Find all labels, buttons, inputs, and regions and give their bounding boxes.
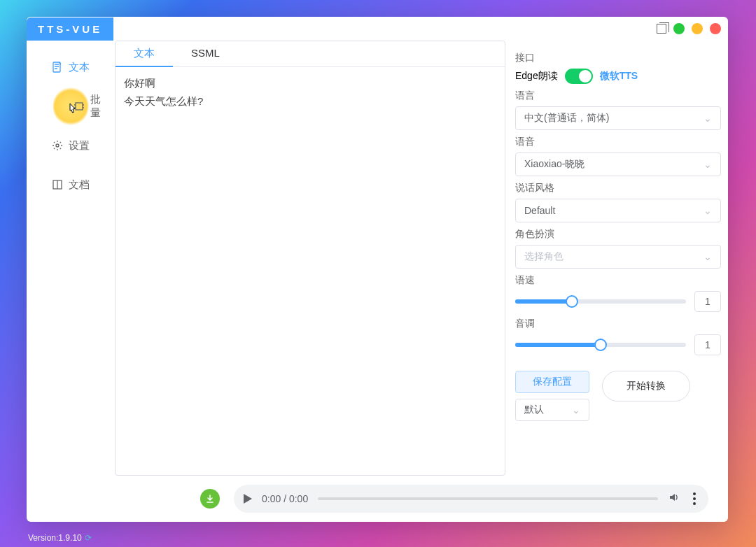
language-label: 语言 — [515, 90, 721, 102]
refresh-icon[interactable]: ⟳ — [85, 533, 92, 543]
footer: 0:00 / 0:00 — [32, 481, 722, 516]
preset-value: 默认 — [524, 404, 544, 416]
minimize-button[interactable] — [673, 23, 685, 34]
sidebar-item-text[interactable]: 文本 — [32, 48, 109, 87]
close-button[interactable] — [710, 23, 721, 34]
volume-icon[interactable] — [668, 491, 680, 506]
app-logo: TTS-VUE — [27, 17, 113, 41]
style-value: Default — [524, 205, 555, 216]
text-editor[interactable]: 你好啊 今天天气怎么样? — [115, 67, 505, 475]
api-label: 接口 — [515, 52, 721, 64]
sidebar-item-label: 文本 — [69, 61, 90, 74]
api-toggle[interactable] — [565, 69, 593, 84]
pitch-value[interactable]: 1 — [694, 334, 721, 355]
cursor-pointer-icon — [66, 102, 80, 118]
player-timeline[interactable] — [318, 497, 658, 500]
player-time: 0:00 / 0:00 — [262, 493, 308, 504]
maximize-button[interactable] — [692, 23, 703, 34]
sidebar-item-label: 批量 — [90, 93, 109, 120]
chevron-down-icon: ⌄ — [704, 251, 712, 262]
style-select[interactable]: Default ⌄ — [515, 199, 721, 222]
tab-text[interactable]: 文本 — [115, 41, 173, 67]
app-window: TTS-VUE 文本 批量 — [27, 17, 728, 522]
book-icon — [52, 179, 63, 190]
voice-label: 语音 — [515, 136, 721, 148]
restore-window-icon[interactable] — [657, 24, 666, 34]
speed-label: 语速 — [515, 274, 721, 287]
document-icon — [52, 62, 63, 73]
voice-select[interactable]: Xiaoxiao-晓晓 ⌄ — [515, 152, 721, 176]
sidebar: 文本 批量 设置 — [32, 41, 109, 476]
sidebar-item-label: 文档 — [69, 178, 90, 192]
tab-ssml[interactable]: SSML — [173, 41, 238, 66]
chevron-down-icon: ⌄ — [572, 404, 580, 415]
role-select[interactable]: 选择角色 ⌄ — [515, 245, 721, 269]
gear-icon — [52, 140, 63, 151]
speed-slider[interactable] — [515, 299, 686, 304]
style-label: 说话风格 — [515, 182, 721, 194]
settings-panel: 接口 Edge朗读 微软TTS 语言 中文(普通话，简体) ⌄ 语音 Xiaox… — [511, 41, 722, 476]
play-icon[interactable] — [244, 494, 252, 504]
preset-select[interactable]: 默认 ⌄ — [515, 399, 589, 421]
version-label: Version:1.9.10 ⟳ — [28, 533, 92, 543]
sidebar-item-docs[interactable]: 文档 — [32, 165, 109, 204]
language-select[interactable]: 中文(普通话，简体) ⌄ — [515, 106, 721, 130]
editor-tabs: 文本 SSML — [115, 41, 505, 67]
chevron-down-icon: ⌄ — [704, 205, 712, 216]
sidebar-item-label: 设置 — [69, 139, 90, 152]
svg-point-2 — [56, 144, 59, 147]
titlebar: TTS-VUE — [27, 17, 728, 41]
audio-player: 0:00 / 0:00 — [234, 485, 708, 513]
role-label: 角色扮演 — [515, 228, 721, 241]
pitch-label: 音调 — [515, 318, 721, 330]
sidebar-item-batch[interactable]: 批量 — [32, 87, 109, 126]
chevron-down-icon: ⌄ — [704, 159, 712, 170]
sidebar-item-settings[interactable]: 设置 — [32, 126, 109, 165]
language-value: 中文(普通话，简体) — [524, 112, 609, 125]
editor-panel: 文本 SSML 你好啊 今天天气怎么样? — [115, 41, 505, 476]
chevron-down-icon: ⌄ — [704, 113, 712, 124]
save-config-button[interactable]: 保存配置 — [515, 371, 589, 393]
pitch-slider[interactable] — [515, 343, 686, 347]
role-placeholder: 选择角色 — [524, 250, 564, 263]
start-convert-button[interactable]: 开始转换 — [602, 371, 690, 402]
download-button[interactable] — [200, 489, 220, 509]
svg-rect-0 — [53, 62, 60, 72]
voice-value: Xiaoxiao-晓晓 — [524, 158, 584, 171]
more-icon[interactable] — [690, 490, 699, 508]
edge-read-label: Edge朗读 — [515, 70, 558, 83]
speed-value[interactable]: 1 — [694, 291, 721, 312]
microsoft-tts-link[interactable]: 微软TTS — [600, 70, 638, 83]
